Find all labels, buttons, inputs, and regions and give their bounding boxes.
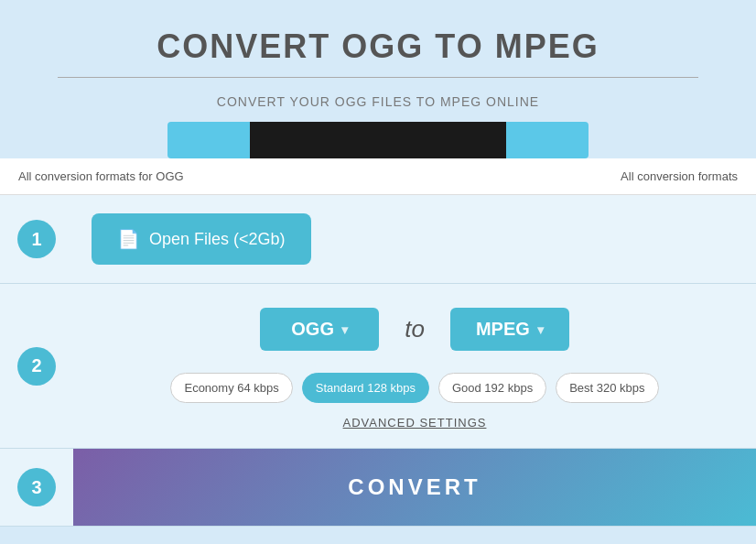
upload-bar-right	[506, 122, 589, 158]
step-3-row: 3 CONVERT	[0, 449, 756, 527]
tab-right-label: All conversion formats	[621, 169, 738, 183]
title-divider	[58, 77, 698, 78]
step-3-number-cell: 3	[0, 449, 73, 526]
step-2-row: 2 OGG ▾ to MPEG ▾ Economy 64 kbps Standa…	[0, 284, 756, 449]
from-format-label: OGG	[291, 319, 334, 340]
to-format-button[interactable]: MPEG ▾	[450, 308, 569, 351]
tab-all-formats-right[interactable]: All conversion formats	[602, 158, 756, 194]
step-2-number-cell: 2	[0, 284, 73, 448]
open-files-button[interactable]: 📄 Open Files (<2Gb)	[92, 213, 311, 265]
converter-row: OGG ▾ to MPEG ▾	[92, 299, 738, 360]
quality-standard[interactable]: Standard 128 kbps	[302, 373, 429, 403]
from-format-chevron: ▾	[341, 322, 348, 337]
step-3-circle: 3	[17, 468, 56, 506]
quality-economy[interactable]: Economy 64 kbps	[170, 373, 292, 403]
convert-button[interactable]: CONVERT	[73, 449, 756, 526]
upload-bar	[18, 122, 738, 158]
from-format-button[interactable]: OGG ▾	[260, 308, 379, 351]
upload-bar-center	[250, 122, 506, 158]
header-section: CONVERT OGG TO MPEG CONVERT YOUR OGG FIL…	[0, 0, 756, 158]
quality-best[interactable]: Best 320 kbps	[556, 373, 658, 403]
main-content: 1 📄 Open Files (<2Gb) 2 OGG ▾ to MPEG ▾	[0, 195, 756, 527]
step-2-circle: 2	[17, 347, 56, 386]
page-subtitle: CONVERT YOUR OGG FILES TO MPEG ONLINE	[18, 94, 738, 109]
step-1-number-cell: 1	[0, 195, 73, 283]
open-files-label: Open Files (<2Gb)	[149, 230, 286, 249]
to-format-label: MPEG	[476, 319, 530, 340]
page-title: CONVERT OGG TO MPEG	[18, 27, 738, 66]
to-separator: to	[405, 315, 425, 343]
upload-bar-left	[167, 122, 250, 158]
step-1-circle: 1	[17, 220, 56, 258]
step-1-row: 1 📄 Open Files (<2Gb)	[0, 195, 756, 284]
tab-all-formats-ogg[interactable]: All conversion formats for OGG	[0, 158, 202, 194]
file-icon: 📄	[117, 228, 140, 250]
step-2-content: OGG ▾ to MPEG ▾ Economy 64 kbps Standard…	[73, 284, 756, 448]
convert-btn-row: CONVERT	[73, 449, 756, 526]
advanced-settings-link[interactable]: ADVANCED SETTINGS	[92, 416, 738, 430]
quality-row: Economy 64 kbps Standard 128 kbps Good 1…	[92, 373, 738, 403]
step-1-content: 📄 Open Files (<2Gb)	[73, 195, 756, 283]
to-format-chevron: ▾	[537, 322, 544, 337]
tabs-bar: All conversion formats for OGG All conve…	[0, 158, 756, 195]
quality-good[interactable]: Good 192 kbps	[438, 373, 546, 403]
